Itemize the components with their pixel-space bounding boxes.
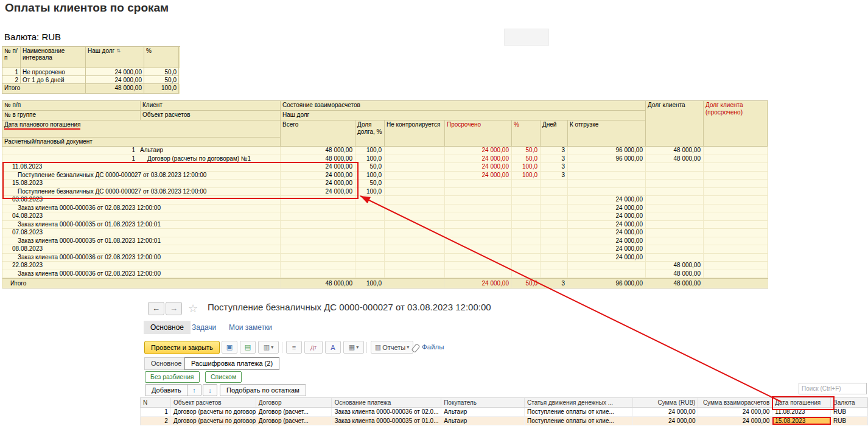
pick-by-balance-button[interactable]: Подобрать по остаткам <box>220 384 306 396</box>
grid-header-repayment-date[interactable]: Дата погашения <box>772 398 831 407</box>
report-row[interactable]: 1 Альтаир 48 000,00 100,0 24 000,00 50,0… <box>2 147 768 155</box>
report-row[interactable]: Заказ клиента 0000-000035 от 01.08.2023 … <box>2 237 768 246</box>
section-tab-main[interactable]: Основное <box>144 321 191 334</box>
cell-debt-share <box>355 245 385 253</box>
reports-button[interactable]: ▥Отчеты▾ <box>371 341 413 354</box>
summary-col-debt[interactable]: Наш долг ⇅ <box>86 47 144 68</box>
cell-not-controlled <box>385 196 445 204</box>
cell-overdue-pct <box>512 204 541 212</box>
copy-button[interactable]: ▥▾ <box>258 341 279 354</box>
grid-header-currency[interactable]: Валюта <box>831 398 867 407</box>
cell-debt-share: 100,0 <box>355 147 385 155</box>
grid-header-amount-rub[interactable]: Сумма (RUB) <box>633 398 699 407</box>
no-split-button[interactable]: Без разбиения <box>145 371 200 383</box>
report-row[interactable]: Заказ клиента 0000-000036 от 02.08.2023 … <box>2 254 768 262</box>
report-row[interactable]: Заказ клиента 0000-000036 от 02.08.2023 … <box>2 204 768 213</box>
cell-to-ship: 96 000,00 <box>568 155 646 163</box>
postings-button[interactable]: Дт <box>304 341 323 354</box>
cell-overdue-pct <box>512 229 541 237</box>
report-row[interactable]: 1 Договор (расчеты по договорам) №1 48 0… <box>2 155 768 164</box>
create-based-on-button[interactable]: ▤ <box>240 341 256 354</box>
grid-cell-cash-flow-item: Поступление оплаты от клие... <box>525 408 633 416</box>
section-tab-notes[interactable]: Мои заметки <box>229 323 272 332</box>
cell-overdue <box>445 188 512 196</box>
list-settings-button[interactable]: ≡ <box>286 341 302 354</box>
post-and-close-button[interactable]: Провести и закрыть <box>144 341 220 354</box>
search-input[interactable] <box>799 383 867 394</box>
cell-to-ship: 24 000,00 <box>568 245 646 253</box>
report-row[interactable]: 22.08.2023 48 000,00 <box>2 262 768 270</box>
cell-client-debt <box>646 212 704 220</box>
report-row[interactable]: 11.08.2023 24 000,00 50,0 24 000,00 100,… <box>2 163 768 172</box>
cell-client-debt: 48 000,00 <box>646 270 704 278</box>
report-row[interactable]: 15.08.2023 24 000,00 50,0 <box>2 180 768 188</box>
grid-header-n[interactable]: N <box>141 398 171 407</box>
sort-icon[interactable]: ⇅ <box>116 47 121 54</box>
cell-not-controlled <box>385 172 445 180</box>
summary-row[interactable]: 1 Не просрочено 24 000,00 50,0 <box>2 68 180 76</box>
report-row[interactable]: Поступление безналичных ДС 0000-000027 о… <box>2 172 768 180</box>
grid-cell-settlement-object: Договор (расчеты по договорам) №1 <box>171 408 256 416</box>
tab-main[interactable]: Основное <box>144 357 188 370</box>
grid-header-payment-basis[interactable]: Основание платежа <box>332 398 441 407</box>
grid-header-contract[interactable]: Договор <box>256 398 332 407</box>
nav-forward-button[interactable]: → <box>166 302 182 315</box>
report-row[interactable]: 08.08.2023 24 000,00 <box>2 245 768 254</box>
section-tab-tasks[interactable]: Задачи <box>192 323 216 332</box>
report-row[interactable]: 04.08.2023 24 000,00 <box>2 212 768 221</box>
report-row-label: 15.08.2023 <box>7 180 43 187</box>
cell-days <box>541 212 568 220</box>
cell-days <box>541 262 568 270</box>
registers-button[interactable]: А <box>325 341 341 354</box>
cell-not-controlled <box>385 262 445 270</box>
report-row[interactable]: 07.08.2023 24 000,00 <box>2 229 768 237</box>
cell-to-ship <box>568 262 646 270</box>
as-list-button[interactable]: Списком <box>205 371 242 383</box>
page-title: Оплаты клиентов по срокам <box>5 1 169 15</box>
save-button[interactable]: ▣ <box>222 341 237 354</box>
grid-row[interactable]: 2 Договор (расчеты по договорам) №1 Дого… <box>140 417 868 426</box>
summary-row[interactable]: 2 От 1 до 6 дней 24 000,00 50,0 <box>2 76 180 84</box>
grid-header-settlement-amount[interactable]: Сумма взаиморасчетов <box>698 398 772 407</box>
tab-payment-breakdown[interactable]: Расшифровка платежа (2) <box>184 357 279 370</box>
cell-not-controlled <box>385 212 445 220</box>
cell-total <box>281 221 355 229</box>
grid-header-cash-flow-item[interactable]: Статья движения денежных ... <box>525 398 633 407</box>
report-row[interactable]: Заказ клиента 0000-000035 от 01.08.2023 … <box>2 221 768 229</box>
cell-client-debt <box>646 188 704 196</box>
cell-client-debt-overdue <box>704 237 768 245</box>
move-down-button[interactable]: ↓ <box>203 384 217 396</box>
nav-back-button[interactable]: ← <box>148 302 164 315</box>
cell-not-controlled <box>385 229 445 237</box>
journal-button[interactable]: ▦▾ <box>343 341 364 354</box>
postings-dt-kt-icon: Дт <box>310 344 317 351</box>
summary-cell-interval: Не просрочено <box>21 68 86 76</box>
cell-client-debt-overdue <box>704 163 768 171</box>
grid-cell-currency: RUB <box>831 417 867 425</box>
summary-table: № п/п Наименование интервала Наш долг ⇅ … <box>2 46 180 94</box>
report-row[interactable]: 03.08.2023 24 000,00 <box>2 196 768 204</box>
cell-total <box>281 262 355 270</box>
cell-client-debt <box>646 229 704 237</box>
header-client-debt-overdue: Долг клиента (просрочено) <box>704 101 768 147</box>
cell-debt-share <box>355 237 385 245</box>
report-row[interactable]: Итого 48 000,00 100,0 24 000,00 50,0 3 9… <box>2 278 768 288</box>
cell-overdue <box>445 237 512 245</box>
files-link[interactable]: Файлы <box>422 343 444 351</box>
cell-days: 3 <box>541 163 568 171</box>
report-row[interactable]: Поступление безналичных ДС 0000-000027 о… <box>2 188 768 197</box>
cell-debt-share: 50,0 <box>355 180 385 187</box>
add-button[interactable]: Добавить <box>145 384 188 396</box>
grid-row[interactable]: 1 Договор (расчеты по договорам) №1 Дого… <box>140 408 868 417</box>
cell-total: 24 000,00 <box>281 163 355 171</box>
grid-cell-currency: RUB <box>831 408 867 416</box>
grid-header-settlement-object[interactable]: Объект расчетов <box>171 398 256 407</box>
report-row[interactable]: Заказ клиента 0000-000036 от 02.08.2023 … <box>2 270 768 279</box>
cell-overdue-pct <box>512 245 541 253</box>
create-based-on-icon: ▤ <box>245 343 251 351</box>
cell-client-debt <box>646 163 704 171</box>
move-up-button[interactable]: ↑ <box>187 384 201 396</box>
favorite-star-icon[interactable]: ☆ <box>188 302 198 315</box>
grid-header-buyer[interactable]: Покупатель <box>441 398 525 407</box>
back-arrow-icon: ← <box>152 304 160 313</box>
